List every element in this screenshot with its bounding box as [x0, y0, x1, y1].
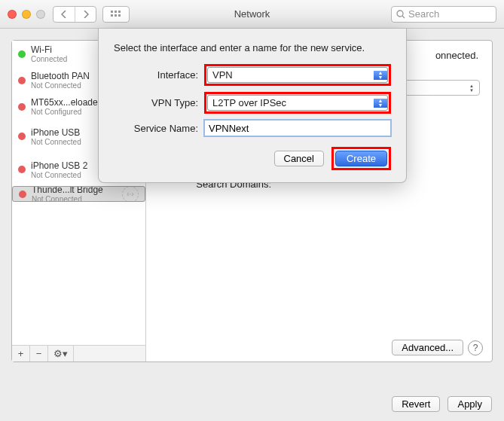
service-actions-button[interactable]: ⚙︎▾ [48, 346, 74, 362]
interface-select[interactable]: VPN ▲▼ [207, 67, 388, 83]
svg-rect-5 [118, 14, 121, 17]
zoom-window-icon[interactable] [36, 10, 45, 19]
svg-rect-2 [118, 11, 121, 13]
apply-button[interactable]: Apply [447, 396, 492, 412]
minimize-window-icon[interactable] [22, 10, 31, 19]
cancel-button[interactable]: Cancel [274, 151, 324, 166]
service-name: Thunde...lt Bridge [32, 186, 117, 195]
search-placeholder: Search [408, 8, 439, 20]
svg-rect-4 [115, 14, 117, 17]
status-dot-icon [18, 50, 26, 58]
nav-back-forward [53, 6, 96, 23]
forward-button[interactable] [75, 7, 96, 22]
svg-rect-1 [115, 11, 117, 13]
create-button[interactable]: Create [335, 151, 387, 166]
content-area: Wi-FiConnectedBluetooth PANNot Connected… [0, 29, 504, 421]
status-dot-icon [18, 166, 26, 173]
status-dot-icon [19, 191, 26, 198]
svg-line-7 [402, 16, 405, 18]
interface-label: Interface: [114, 69, 198, 81]
status-dot-icon [18, 133, 26, 140]
sidebar-item-thunde-lt-bridge[interactable]: Thunde...lt BridgeNot Connected‹·› [12, 186, 145, 202]
close-window-icon[interactable] [8, 10, 17, 19]
add-service-button[interactable]: + [12, 346, 30, 362]
chevron-updown-icon: ▲▼ [374, 71, 387, 80]
window-controls [8, 10, 45, 19]
status-line: onnected. [435, 50, 478, 61]
back-button[interactable] [53, 7, 75, 22]
svg-rect-0 [111, 11, 113, 13]
interface-value: VPN [208, 69, 374, 81]
titlebar: Network Search [0, 0, 504, 29]
bridge-icon: ‹·› [122, 186, 139, 202]
search-icon [396, 10, 405, 19]
vpntype-label: VPN Type: [114, 97, 198, 108]
new-service-sheet: Select the interface and enter a name fo… [98, 29, 407, 183]
sheet-prompt: Select the interface and enter a name fo… [114, 42, 391, 53]
search-input[interactable]: Search [391, 6, 496, 23]
svg-point-6 [397, 11, 403, 17]
chevron-updown-icon: ▲▼ [374, 99, 387, 108]
advanced-button[interactable]: Advanced... [392, 340, 463, 355]
window-title: Network [234, 8, 270, 20]
status-dot-icon [18, 77, 26, 84]
bottom-buttons: Revert Apply [392, 396, 492, 412]
vpntype-value: L2TP over IPSec [208, 97, 374, 108]
show-all-button[interactable] [102, 6, 130, 23]
vpntype-select[interactable]: L2TP over IPSec ▲▼ [207, 95, 388, 111]
help-button[interactable]: ? [468, 340, 483, 355]
status-dot-icon [18, 103, 26, 111]
svg-rect-3 [111, 14, 113, 17]
service-status: Not Connected [32, 195, 117, 202]
servicename-label: Service Name: [114, 123, 198, 134]
servicename-input[interactable] [204, 120, 391, 136]
sidebar-footer: + − ⚙︎▾ [12, 345, 145, 362]
revert-button[interactable]: Revert [392, 396, 440, 412]
remove-service-button[interactable]: − [30, 346, 48, 362]
